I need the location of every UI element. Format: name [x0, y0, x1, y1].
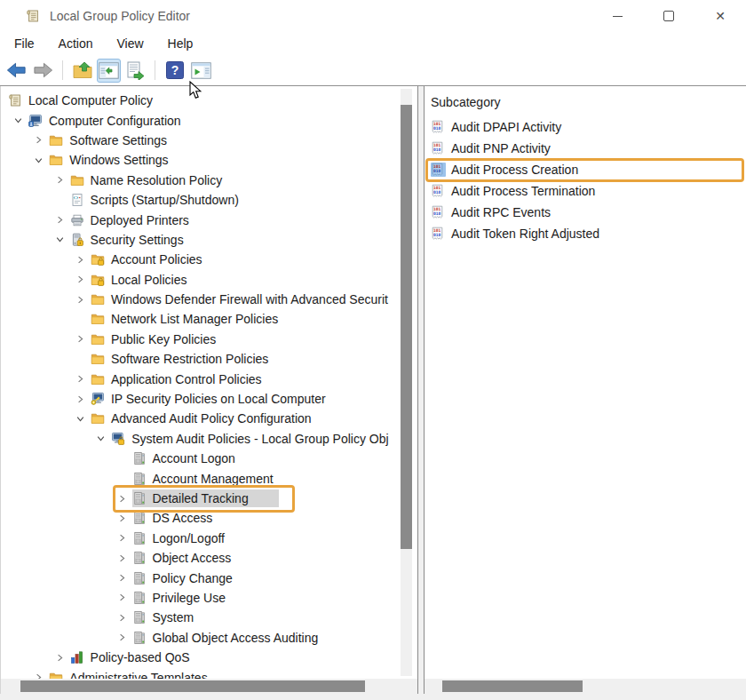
chevron-right-icon[interactable] [70, 256, 91, 264]
chevron-right-icon[interactable] [70, 395, 91, 403]
tree-item-deployed-printers[interactable]: Deployed Printers [1, 210, 418, 229]
list-item-audit-dpapi-activity[interactable]: 101010Audit DPAPI Activity [425, 116, 746, 138]
computer-icon [28, 114, 45, 128]
list-item-audit-process-creation[interactable]: 101010Audit Process Creation [425, 159, 746, 180]
title-bar: Local Group Policy Editor ✕ [0, 0, 746, 32]
menu-file[interactable]: File [12, 35, 37, 52]
tree-item-network-list-manager-policies[interactable]: Network List Manager Policies [1, 309, 418, 329]
chevron-down-icon[interactable] [50, 235, 70, 243]
tree-item-object-access[interactable]: Object Access [1, 548, 418, 568]
tree-item-label: Security Settings [91, 233, 184, 247]
tree-item-policy-change[interactable]: Policy Change [1, 568, 418, 587]
list-item-audit-rpc-events[interactable]: 101010Audit RPC Events [425, 202, 746, 223]
close-icon: ✕ [715, 10, 726, 22]
minimize-button[interactable] [591, 0, 643, 32]
chevron-right-icon[interactable] [70, 335, 91, 343]
chevron-right-icon[interactable] [112, 593, 132, 601]
menu-help[interactable]: Help [165, 35, 196, 52]
list-horizontal-scrollbar[interactable] [425, 679, 746, 694]
tree-item-label: Scripts (Startup/Shutdown) [91, 193, 239, 207]
tree-item-ip-security-policies-on-local-computer[interactable]: IP Security Policies on Local Computer [1, 389, 418, 409]
toolbar: ? [0, 55, 746, 86]
folder-icon [49, 153, 66, 167]
chevron-right-icon[interactable] [50, 216, 70, 224]
tree-item-software-settings[interactable]: Software Settings [1, 131, 418, 150]
chevron-down-icon[interactable] [28, 156, 49, 164]
toolbar-forward-button[interactable] [31, 59, 55, 83]
printer-icon [70, 213, 87, 227]
tree-item-account-policies[interactable]: Account Policies [1, 250, 418, 269]
tree-item-label: Local Computer Policy [28, 93, 153, 107]
chevron-right-icon[interactable] [70, 296, 91, 304]
chevron-down-icon[interactable] [70, 415, 91, 423]
tree-horizontal-scrollbar-thumb[interactable] [20, 680, 365, 692]
tree-item-label: System [153, 610, 194, 624]
chevron-right-icon[interactable] [112, 614, 132, 622]
toolbar-show-console-tree-button[interactable] [97, 59, 121, 83]
tree-item-account-management[interactable]: Account Management [1, 468, 418, 488]
tree-item-advanced-audit-policy-configuration[interactable]: Advanced Audit Policy Configuration [1, 409, 418, 428]
tree-item-name-resolution-policy[interactable]: Name Resolution Policy [1, 171, 418, 190]
tree-item-account-logon[interactable]: Account Logon [1, 449, 418, 468]
list-item-audit-token-right-adjusted[interactable]: 101010Audit Token Right Adjusted [425, 223, 746, 244]
tree-item-local-policies[interactable]: Local Policies [1, 270, 418, 290]
tree-item-public-key-policies[interactable]: Public Key Policies [1, 330, 418, 349]
toolbar-separator [62, 60, 63, 80]
tree-item-software-restriction-policies[interactable]: Software Restriction Policies [1, 349, 418, 369]
tree-item-detailed-tracking[interactable]: Detailed Tracking [1, 489, 418, 508]
tree-item-label: Account Management [153, 472, 274, 486]
chevron-right-icon[interactable] [50, 176, 70, 184]
close-button[interactable]: ✕ [694, 0, 746, 32]
tree-item-label: Computer Configuration [49, 114, 181, 128]
audit-icon [132, 551, 149, 565]
chevron-down-icon[interactable] [91, 434, 111, 442]
tree-item-logon-logoff[interactable]: Logon/Logoff [1, 529, 418, 548]
chevron-right-icon[interactable] [50, 654, 70, 662]
chevron-right-icon[interactable] [70, 275, 91, 283]
local-group-policy-editor-window: { "window": { "title": "Local Group Poli… [0, 0, 746, 700]
chevron-right-icon[interactable] [28, 136, 49, 144]
list-item-audit-pnp-activity[interactable]: 101010Audit PNP Activity [425, 138, 746, 159]
tree-item-ds-access[interactable]: DS Access [1, 508, 418, 528]
chevron-right-icon[interactable] [112, 633, 132, 641]
chevron-right-icon[interactable] [112, 514, 132, 522]
chevron-right-icon[interactable] [112, 495, 132, 503]
audit-icon [132, 610, 149, 624]
chevron-right-icon[interactable] [112, 534, 132, 542]
chevron-right-icon[interactable] [112, 554, 132, 562]
tree-item-computer-configuration[interactable]: Computer Configuration [1, 110, 418, 130]
maximize-button[interactable] [643, 0, 694, 32]
tree-horizontal-scrollbar[interactable] [1, 679, 417, 694]
toolbar-back-button[interactable] [4, 59, 28, 83]
menu-action[interactable]: Action [56, 35, 96, 52]
tree-vertical-scrollbar-thumb[interactable] [401, 105, 412, 549]
tree-item-local-computer-policy[interactable]: Local Computer Policy [1, 91, 418, 110]
menu-view[interactable]: View [114, 35, 146, 52]
toolbar-help-button[interactable]: ? [163, 59, 186, 83]
audit-subcategory-icon: 101010 [431, 163, 446, 177]
column-header-subcategory[interactable]: Subcategory [431, 95, 501, 109]
tree-vertical-scrollbar[interactable] [401, 89, 412, 676]
tree-item-application-control-policies[interactable]: Application Control Policies [1, 369, 418, 388]
chevron-down-icon[interactable] [8, 116, 28, 124]
toolbar-show-action-pane-button[interactable] [189, 59, 213, 83]
tree-item-windows-defender-firewall-with-advanced-securit[interactable]: Windows Defender Firewall with Advanced … [1, 290, 418, 309]
tree-item-scripts-startup-shutdown[interactable]: Scripts (Startup/Shutdown) [1, 190, 418, 210]
tree-item-system-audit-policies-local-group-policy-obj[interactable]: System Audit Policies - Local Group Poli… [1, 429, 418, 449]
tree-item-global-object-access-auditing[interactable]: Global Object Access Auditing [1, 628, 418, 648]
toolbar-up-one-level-button[interactable] [70, 59, 94, 83]
tree-item-label: Policy-based QoS [91, 650, 190, 664]
toolbar-export-list-button[interactable] [123, 59, 147, 83]
tree-item-policy-based-qos[interactable]: Policy-based QoS [1, 648, 418, 667]
list-item-label: Audit RPC Events [451, 205, 551, 219]
tree-item-privilege-use[interactable]: Privilege Use [1, 588, 418, 608]
list-horizontal-scrollbar-thumb[interactable] [442, 680, 583, 692]
tree-item-system[interactable]: System [1, 608, 418, 627]
maximize-icon [663, 11, 674, 21]
list-item-audit-process-termination[interactable]: 101010Audit Process Termination [425, 180, 746, 202]
chevron-right-icon[interactable] [112, 574, 132, 582]
tree-item-security-settings[interactable]: Security Settings [1, 230, 418, 250]
tree-item-label: Software Restriction Policies [111, 352, 268, 366]
tree-item-windows-settings[interactable]: Windows Settings [1, 150, 418, 170]
chevron-right-icon[interactable] [70, 375, 91, 383]
